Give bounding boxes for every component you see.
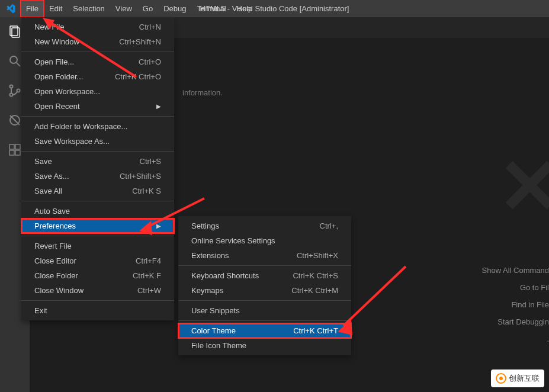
separator [178, 300, 351, 301]
label: Preferences [34, 221, 76, 230]
menu-file[interactable]: File [21, 0, 44, 17]
welcome-hints: Show All Command Go to Fil Find in File … [482, 266, 549, 343]
menu-selection[interactable]: Selection [68, 0, 110, 17]
shortcut: Ctrl+Shift+X [297, 251, 338, 260]
brand-text: 创新互联 [509, 373, 540, 384]
extensions-icon[interactable] [7, 142, 23, 158]
search-icon[interactable] [7, 53, 23, 69]
shortcut: Ctrl+F4 [136, 256, 161, 265]
file-exit[interactable]: Exit [21, 303, 174, 318]
hint-go-to-file: Go to Fil [482, 283, 549, 292]
menu-debug[interactable]: Debug [158, 0, 191, 17]
label: New File [34, 23, 65, 31]
label: Open Recent [34, 102, 80, 111]
vscode-logo-icon [0, 4, 21, 14]
file-close-window[interactable]: Close WindowCtrl+W [21, 283, 174, 298]
pref-user-snippets[interactable]: User Snippets [178, 303, 351, 318]
shortcut: Ctrl+O [139, 57, 161, 66]
label: New Window [34, 37, 79, 46]
brand-circle-icon [496, 373, 506, 384]
file-preferences[interactable]: Preferences▶ [21, 219, 174, 233]
shortcut: Ctrl+, [320, 221, 338, 230]
file-add-folder-workspace[interactable]: Add Folder to Workspace... [21, 119, 174, 134]
pref-extensions[interactable]: ExtensionsCtrl+Shift+X [178, 248, 351, 263]
file-save-all[interactable]: Save AllCtrl+K S [21, 184, 174, 198]
pref-color-theme[interactable]: Color ThemeCtrl+K Ctrl+T [178, 323, 351, 338]
svg-rect-9 [9, 144, 14, 149]
pref-settings[interactable]: SettingsCtrl+, [178, 219, 351, 233]
shortcut: Ctrl+K F [133, 271, 161, 280]
file-open-file[interactable]: Open File...Ctrl+O [21, 54, 174, 69]
shortcut: Ctrl+N [139, 23, 161, 31]
label: Open Folder... [34, 72, 83, 81]
file-close-folder[interactable]: Close FolderCtrl+K F [21, 268, 174, 283]
svg-rect-12 [15, 150, 20, 155]
pref-keymaps[interactable]: KeymapsCtrl+K Ctrl+M [178, 283, 351, 298]
menu-view[interactable]: View [110, 0, 137, 17]
svg-point-4 [10, 85, 13, 88]
explorer-icon[interactable] [7, 23, 23, 40]
separator [21, 151, 174, 152]
source-control-icon[interactable] [7, 82, 23, 99]
file-open-workspace[interactable]: Open Workspace... [21, 84, 174, 99]
menu-go[interactable]: Go [137, 0, 158, 17]
label: Open File... [34, 57, 74, 66]
label: Close Folder [34, 271, 78, 280]
chevron-right-icon: ▶ [156, 103, 161, 110]
file-auto-save[interactable]: Auto Save [21, 204, 174, 219]
label: Exit [34, 306, 47, 315]
label: Keymaps [191, 286, 223, 295]
shortcut: Ctrl+K S [132, 187, 161, 195]
separator [21, 116, 174, 117]
label: Color Theme [191, 326, 236, 335]
info-text: information. [182, 88, 223, 97]
pref-file-icon-theme[interactable]: File Icon Theme [178, 338, 351, 353]
watermark-brand: 创新互联 [491, 369, 544, 387]
svg-rect-10 [15, 144, 20, 149]
shortcut: Ctrl+K Ctrl+O [115, 72, 161, 81]
label: Close Editor [34, 256, 76, 265]
file-save[interactable]: SaveCtrl+S [21, 154, 174, 169]
file-save-workspace-as[interactable]: Save Workspace As... [21, 134, 174, 149]
shortcut: Ctrl+Shift+N [119, 37, 161, 46]
label: Keyboard Shortcuts [191, 271, 259, 280]
shortcut: Ctrl+K Ctrl+M [291, 286, 338, 295]
file-close-editor[interactable]: Close EditorCtrl+F4 [21, 253, 174, 268]
preferences-dropdown: SettingsCtrl+, Online Services Settings … [178, 216, 351, 355]
file-revert[interactable]: Revert File [21, 239, 174, 253]
separator [21, 236, 174, 236]
label: Open Workspace... [34, 87, 100, 96]
label: File Icon Theme [191, 341, 246, 350]
window-title: HTML5 - Visual Studio Code [Administrato… [200, 4, 349, 13]
shortcut: Ctrl+S [140, 157, 161, 166]
label: Online Services Settings [191, 236, 275, 245]
svg-rect-11 [9, 150, 14, 155]
svg-point-5 [10, 94, 13, 97]
debug-icon[interactable] [7, 112, 23, 128]
shortcut: Ctrl+K Ctrl+T [293, 326, 338, 335]
shortcut: Ctrl+W [137, 286, 161, 295]
file-new-file[interactable]: New FileCtrl+N [21, 20, 174, 34]
label: Save Workspace As... [34, 137, 110, 146]
label: Close Window [34, 286, 84, 295]
chevron-right-icon: ▶ [156, 223, 161, 229]
label: Auto Save [34, 207, 70, 216]
pref-keyboard-shortcuts[interactable]: Keyboard ShortcutsCtrl+K Ctrl+S [178, 268, 351, 283]
svg-point-6 [17, 89, 20, 92]
hint-start-debugging: Start Debuggin [482, 317, 549, 326]
file-new-window[interactable]: New WindowCtrl+Shift+N [21, 34, 174, 49]
separator [21, 201, 174, 201]
shortcut: Ctrl+K Ctrl+S [293, 271, 338, 280]
label: Save [34, 157, 52, 166]
pref-online-services[interactable]: Online Services Settings [178, 233, 351, 248]
label: Revert File [34, 242, 72, 250]
label: User Snippets [191, 306, 240, 315]
label: Settings [191, 221, 219, 230]
file-open-folder[interactable]: Open Folder...Ctrl+K Ctrl+O [21, 69, 174, 84]
file-open-recent[interactable]: Open Recent▶ [21, 99, 174, 114]
separator [178, 265, 351, 266]
file-save-as[interactable]: Save As...Ctrl+Shift+S [21, 169, 174, 184]
label: Save As... [34, 172, 69, 181]
menu-edit[interactable]: Edit [44, 0, 68, 17]
label: Add Folder to Workspace... [34, 122, 127, 131]
